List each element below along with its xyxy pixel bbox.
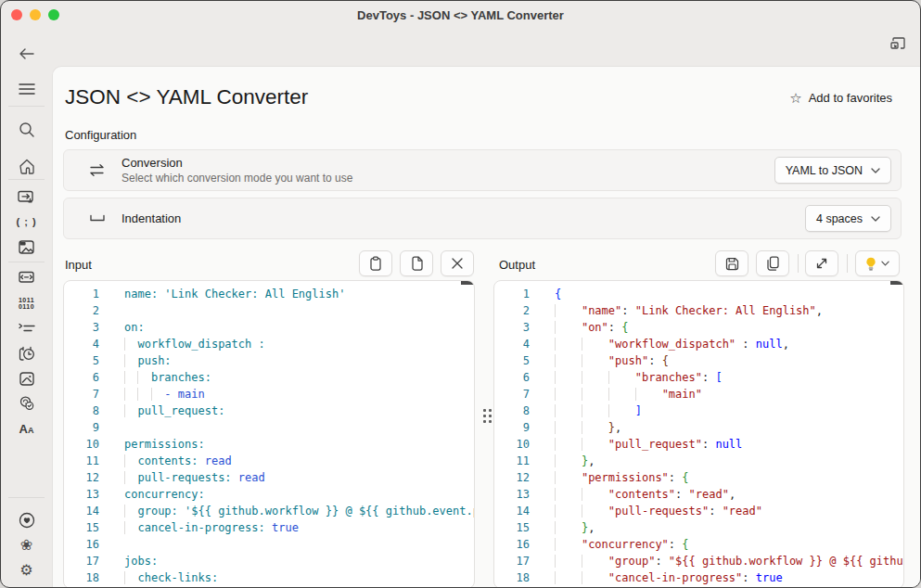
sidebar-settings-button[interactable]: ⚙ — [1, 558, 52, 582]
sidebar-item-converters[interactable] — [1, 185, 52, 209]
sidebar-item-cron-parser[interactable] — [1, 316, 52, 340]
sidebar-extensions-button[interactable]: ❀ — [1, 533, 52, 557]
line-number: 13 — [494, 486, 530, 503]
configuration-heading: Configuration — [65, 128, 136, 142]
panel-resize-handle[interactable] — [480, 403, 493, 428]
code-line: 9 }, — [494, 419, 903, 436]
conversion-mode-dropdown[interactable]: YAML to JSON — [774, 157, 891, 184]
line-number: 17 — [494, 553, 530, 569]
compact-overlay-button[interactable] — [888, 34, 908, 52]
expand-output-button[interactable] — [805, 250, 838, 276]
timestamp-clock-icon — [19, 346, 35, 362]
code-text: - main — [99, 386, 205, 403]
heart-circle-icon — [19, 512, 35, 529]
sidebar-sponsor-button[interactable] — [1, 508, 52, 532]
sidebar-item-hash-checksum[interactable] — [1, 391, 52, 415]
smart-suggestions-button[interactable] — [855, 250, 900, 276]
code-line: 8 ] — [494, 403, 903, 419]
code-text: "name": "Link Checker: All English", — [530, 302, 823, 319]
code-text: group: '${{ github.workflow }} @ ${{ git… — [99, 503, 475, 519]
line-number: 10 — [494, 436, 530, 453]
code-line: 14 group: '${{ github.workflow }} @ ${{ … — [64, 503, 474, 519]
line-number: 16 — [64, 536, 99, 553]
conversion-subtitle: Select which conversion mode you want to… — [122, 172, 352, 185]
code-line: 14 "pull-requests": "read" — [494, 503, 903, 519]
sidebar-search-button[interactable] — [1, 117, 52, 141]
file-icon — [411, 256, 423, 271]
sidebar: ( ; ) 1011 0110 — [1, 66, 52, 587]
code-line: 12 pull-requests: read — [64, 469, 474, 486]
chevron-down-icon — [871, 216, 880, 222]
paste-clipboard-icon — [369, 256, 382, 271]
code-text: pull_request: — [99, 403, 224, 419]
code-text: "pull_request": null — [530, 436, 742, 453]
swap-arrows-icon — [86, 164, 109, 176]
paste-button[interactable] — [359, 250, 392, 276]
sidebar-item-number-base-converter[interactable]: 1011 0110 — [1, 291, 52, 315]
code-line: 11 contents: read — [64, 453, 474, 469]
line-number: 10 — [64, 436, 99, 453]
code-text: pull-requests: read — [99, 469, 265, 486]
back-button[interactable] — [17, 44, 37, 64]
code-line: 16 — [64, 536, 474, 553]
indentation-dropdown[interactable]: 4 spaces — [805, 205, 891, 232]
image-converter-icon — [19, 371, 35, 387]
output-editor[interactable]: 1{2 "name": "Link Checker: All English",… — [493, 280, 904, 588]
sidebar-item-graphic-tools[interactable] — [1, 235, 52, 259]
code-text: { — [530, 286, 561, 302]
code-line: 3 "on": { — [494, 319, 903, 336]
input-panel-label: Input — [65, 258, 92, 272]
line-number: 16 — [494, 536, 530, 553]
code-text: name: 'Link Checker: All English' — [99, 286, 345, 302]
load-file-button[interactable] — [400, 250, 433, 276]
encoders-decoders-icon: ( ; ) — [16, 216, 36, 227]
screenshot-stage: DevToys - JSON <> YAML Converter — [0, 0, 921, 588]
line-number: 2 — [494, 302, 530, 319]
line-number: 11 — [494, 453, 530, 469]
code-line: 4 "workflow_dispatch" : null, — [494, 336, 903, 352]
scrollbar-thumb[interactable] — [461, 281, 474, 285]
input-editor[interactable]: 1name: 'Link Checker: All English'23on:4… — [63, 280, 475, 588]
sidebar-item-date-converter[interactable] — [1, 341, 52, 365]
conversion-setting-text: Conversion Select which conversion mode … — [122, 156, 352, 185]
indentation-icon — [86, 214, 109, 223]
code-line: 7 - main — [64, 386, 474, 403]
code-text — [99, 302, 124, 319]
code-text: "branches": [ — [530, 369, 723, 386]
code-line: 7 "main" — [494, 386, 903, 403]
home-icon — [19, 159, 35, 174]
sidebar-divider — [8, 106, 45, 107]
code-text: "contents": "read", — [530, 486, 736, 503]
add-to-favorites-label: Add to favorites — [809, 91, 892, 105]
code-text: on: — [99, 319, 145, 336]
copy-icon — [767, 256, 779, 271]
code-line: 6 "branches": [ — [494, 369, 903, 386]
sidebar-item-encoders-decoders[interactable]: ( ; ) — [1, 210, 52, 234]
copy-output-button[interactable] — [756, 250, 789, 276]
code-text — [99, 419, 124, 436]
line-number: 7 — [494, 386, 530, 403]
scrollbar-thumb[interactable] — [890, 281, 903, 285]
add-to-favorites-button[interactable]: ☆ Add to favorites — [789, 91, 892, 105]
sidebar-item-text-case-converter[interactable]: AA — [1, 416, 52, 441]
conversion-mode-value: YAML to JSON — [786, 164, 863, 177]
sidebar-divider — [8, 179, 45, 180]
sidebar-item-all-tools[interactable] — [1, 154, 52, 178]
line-number: 13 — [64, 486, 99, 503]
code-line: 8 pull_request: — [64, 403, 474, 419]
output-panel-label: Output — [499, 258, 535, 272]
number-base-icon: 1011 0110 — [19, 297, 34, 310]
clear-input-button[interactable] — [441, 250, 474, 276]
code-line: 3on: — [64, 319, 474, 336]
save-output-button[interactable] — [715, 250, 748, 276]
menu-toggle-button[interactable] — [1, 77, 52, 101]
cron-parser-icon — [19, 323, 35, 334]
conversion-title: Conversion — [122, 156, 352, 170]
code-text: workflow_dispatch : — [99, 336, 265, 352]
line-number: 8 — [494, 403, 530, 419]
code-text: "group": "${{ github.workflow }} @ ${{ g… — [530, 553, 904, 569]
sidebar-item-image-converter[interactable] — [1, 366, 52, 390]
sidebar-item-json-yaml-converter[interactable] — [1, 265, 52, 289]
code-text: }, — [530, 419, 621, 436]
extensions-icon: ❀ — [20, 538, 32, 553]
